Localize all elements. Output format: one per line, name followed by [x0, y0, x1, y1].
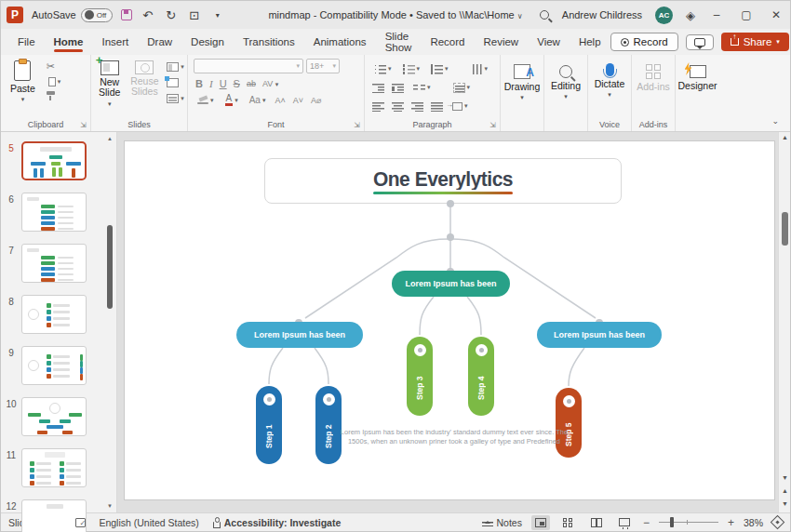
section-button[interactable]: ▾ — [165, 93, 186, 104]
mindmap-node-left[interactable]: Lorem Ipsum has been — [236, 322, 363, 348]
underline-button[interactable]: U — [220, 78, 227, 89]
vertical-scrollbar[interactable]: ▲ ▼ ▲ ▼ — [778, 132, 790, 512]
reading-view-button[interactable] — [587, 515, 606, 530]
zoom-slider-thumb[interactable] — [670, 517, 674, 527]
highlight-button[interactable]: ▾ — [195, 96, 216, 105]
fit-to-window-icon[interactable] — [771, 515, 785, 530]
zoom-level[interactable]: 38% — [744, 517, 763, 528]
thumbnail-card[interactable] — [21, 244, 87, 283]
paragraph-dialog-launcher[interactable]: ⇲ — [489, 121, 496, 129]
cut-icon[interactable]: ✂ — [47, 60, 63, 73]
start-slideshow-icon[interactable]: ⊡ — [187, 8, 202, 22]
justify-icon[interactable] — [431, 101, 443, 112]
clipboard-dialog-launcher[interactable]: ⇲ — [80, 121, 87, 129]
align-left-icon[interactable] — [372, 101, 384, 112]
thumbnail-card[interactable] — [21, 346, 87, 385]
zoom-slider[interactable] — [659, 522, 718, 524]
thumb-scroll-down-icon[interactable]: ▼ — [106, 503, 114, 509]
paste-button[interactable]: Paste▾ — [7, 59, 39, 105]
tab-home[interactable]: Home — [45, 31, 93, 54]
new-slide-button[interactable]: New Slide ▾ — [95, 59, 124, 111]
line-spacing-button[interactable]: ▾ — [429, 63, 450, 75]
numbering-button[interactable]: ▾ — [401, 63, 422, 75]
align-text-button[interactable]: ▾ — [451, 82, 473, 94]
slide-thumbnail-12[interactable]: 12 — [1, 499, 105, 532]
format-painter-icon[interactable] — [47, 91, 56, 100]
slide-thumbnail-6[interactable]: 6 — [1, 193, 105, 232]
zoom-out-button[interactable]: − — [643, 516, 650, 529]
slide-title-box[interactable]: One Everylytics — [264, 158, 622, 204]
columns-button[interactable]: ▾ — [411, 82, 433, 94]
slide-layout-button[interactable]: ▾ — [165, 61, 186, 73]
text-direction-button[interactable]: ▾ — [469, 63, 490, 75]
display-settings-icon[interactable]: ◈ — [686, 8, 695, 22]
record-button[interactable]: Record — [610, 33, 678, 51]
slide-thumbnail-9[interactable]: 9 — [1, 346, 105, 385]
comments-button[interactable] — [686, 34, 714, 50]
thumbnail-card[interactable] — [21, 193, 87, 232]
bullets-button[interactable]: ▾ — [372, 63, 394, 75]
thumbnail-scrollbar[interactable]: ▲ ▼ — [106, 136, 114, 509]
slide-thumbnail-8[interactable]: 8 — [1, 295, 105, 334]
redo-icon[interactable]: ↻ — [164, 8, 179, 22]
mindmap-node-right[interactable]: Lorem Ipsum has been — [537, 322, 662, 348]
mindmap-step-2[interactable]: Step 2 — [315, 386, 342, 464]
change-case-button[interactable]: Aa▾ — [248, 94, 268, 106]
quick-access-customize-icon[interactable]: ▾ — [210, 11, 225, 20]
proofing-icon[interactable] — [75, 518, 86, 527]
editing-button[interactable]: Editing▾ — [547, 59, 584, 102]
tab-record[interactable]: Record — [421, 31, 474, 54]
tab-draw[interactable]: Draw — [138, 31, 181, 54]
mindmap-step-5[interactable]: Step 5 — [556, 388, 582, 458]
zoom-in-button[interactable]: + — [728, 516, 734, 529]
slide-thumbnail-10[interactable]: 10 — [1, 397, 105, 436]
font-color-button[interactable]: A▾ — [223, 93, 240, 107]
tab-file[interactable]: File — [8, 31, 45, 54]
tab-transitions[interactable]: Transitions — [234, 31, 304, 54]
tab-insert[interactable]: Insert — [92, 31, 138, 54]
share-button[interactable]: Share▾ — [721, 33, 789, 51]
search-icon[interactable] — [540, 10, 549, 20]
tab-animations[interactable]: Animations — [304, 31, 376, 54]
reuse-slides-button[interactable]: Reuse Slides — [127, 59, 161, 111]
decrease-indent-icon[interactable] — [372, 83, 384, 93]
font-name-combobox[interactable]: ▾ — [194, 59, 303, 73]
dictate-button[interactable]: Dictate▾ — [591, 59, 629, 100]
thumb-scroll-up-icon[interactable]: ▲ — [106, 136, 114, 141]
tab-design[interactable]: Design — [181, 31, 234, 54]
font-dialog-launcher[interactable]: ⇲ — [354, 121, 360, 129]
language-indicator[interactable]: English (United States) — [99, 517, 198, 528]
addins-button[interactable]: Add-ins — [633, 59, 674, 94]
mindmap-step-4[interactable]: Step 4 — [468, 337, 494, 416]
accessibility-checker[interactable]: Accessibility: Investigate — [212, 517, 341, 528]
align-center-icon[interactable] — [392, 101, 404, 112]
previous-slide-icon[interactable]: ▲ — [779, 487, 791, 494]
save-icon[interactable] — [121, 9, 132, 20]
close-button[interactable]: ✕ — [768, 8, 784, 21]
tab-view[interactable]: View — [528, 31, 570, 54]
reset-slide-button[interactable] — [165, 77, 186, 88]
tab-help[interactable]: Help — [570, 31, 610, 54]
grow-font-button[interactable]: A˄ — [275, 96, 285, 105]
thumbnail-card[interactable] — [21, 397, 87, 436]
powerpoint-logo-icon[interactable]: P — [7, 7, 23, 23]
copy-button[interactable]: ▾ — [47, 76, 63, 87]
clear-formatting-button[interactable]: A⌀ — [311, 96, 321, 105]
scroll-down-icon[interactable]: ▼ — [779, 474, 791, 481]
avatar[interactable]: AC — [655, 7, 673, 24]
maximize-button[interactable]: ▢ — [738, 8, 755, 21]
slide-sorter-button[interactable] — [559, 515, 578, 530]
slide-editor[interactable]: One Everylytics — [125, 141, 774, 499]
smartart-button[interactable]: ▾ — [450, 101, 470, 112]
scroll-up-icon[interactable]: ▲ — [779, 134, 791, 140]
thumbnail-card[interactable] — [21, 499, 87, 532]
designer-button[interactable]: Designer — [674, 59, 720, 93]
mindmap-node-center[interactable]: Lorem Ipsum has been — [392, 271, 510, 297]
character-spacing-button[interactable]: AV ▾ — [262, 79, 278, 88]
strikethrough-button[interactable]: S — [234, 78, 240, 89]
user-name[interactable]: Andrew Childress — [562, 9, 642, 20]
align-right-icon[interactable] — [411, 101, 423, 112]
notes-button[interactable]: Notes — [482, 517, 522, 528]
thumbnail-card[interactable] — [21, 448, 87, 487]
tab-slide-show[interactable]: Slide Show — [376, 25, 422, 60]
